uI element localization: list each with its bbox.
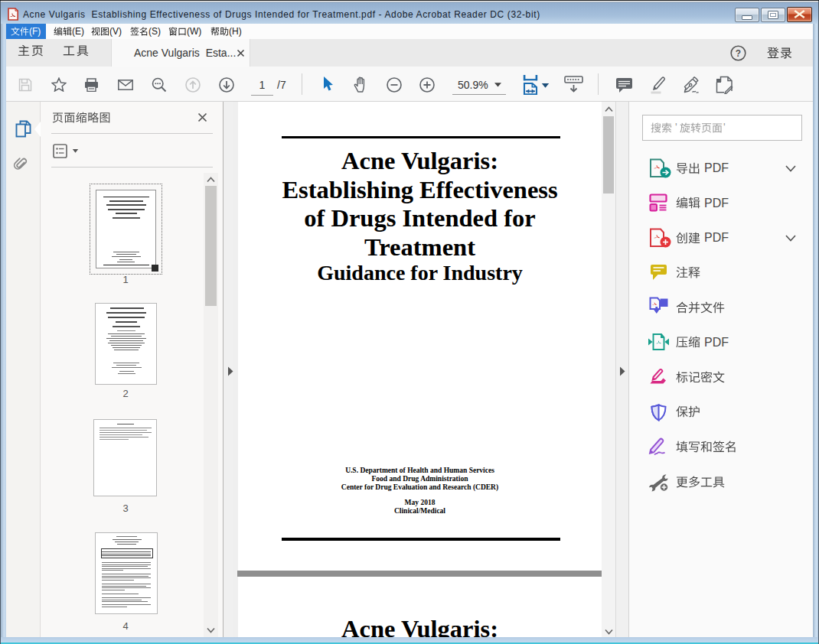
svg-text:?: ? xyxy=(736,48,741,59)
